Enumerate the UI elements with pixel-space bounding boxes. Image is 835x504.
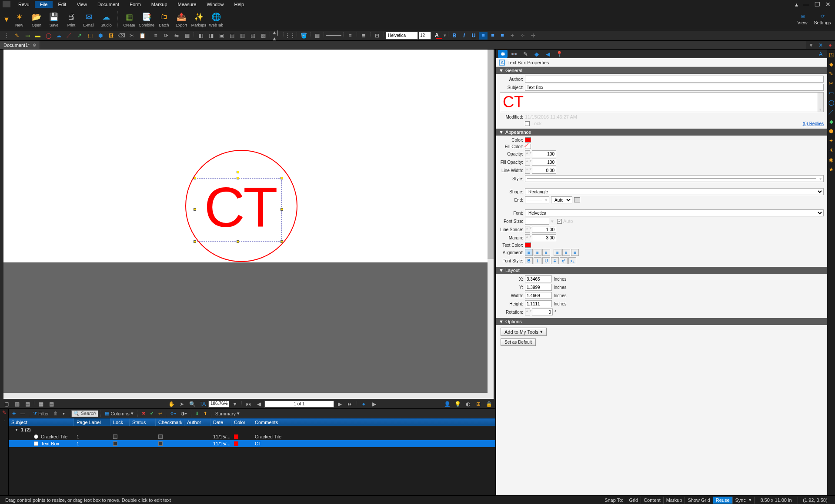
align-mr-button[interactable]: ≡ [571,249,579,256]
fs-super-button[interactable]: x¹ [560,257,568,264]
menu-chevron-icon[interactable]: ▼ [3,16,10,23]
properties-tab-icon[interactable]: ✱ [498,50,508,58]
min2-icon[interactable]: — [803,1,809,8]
height-field[interactable] [525,300,552,307]
shape-select[interactable]: Rectangle [525,188,824,195]
align-tc-button[interactable]: ≡ [534,249,541,256]
end-auto-select[interactable]: Auto [551,196,572,203]
markups-dots-icon[interactable]: ⋮ [2,418,7,424]
col-status[interactable]: Status [130,418,156,426]
side-icon-5[interactable]: ▭ [828,90,835,96]
fillop-spin-icon[interactable]: ▲▼ [525,159,530,166]
fit-page-icon[interactable]: ▦ [36,400,46,408]
handle-mb[interactable] [237,240,239,243]
filter-button[interactable]: ⧩Filter [31,410,50,418]
tab4-icon[interactable]: ◆ [532,50,541,58]
viewer-scroll-x[interactable] [3,393,488,399]
menu-help[interactable]: Help [229,1,249,8]
fit-width-icon[interactable]: ▤ [47,400,56,408]
viewer-scroll-y[interactable] [488,50,494,399]
tool-pattern-icon[interactable]: ⋮⋮ [285,31,295,40]
tab-pin-icon[interactable]: ● [825,42,835,48]
markups-expand-icon[interactable]: ✚ [10,410,17,418]
tab5-icon[interactable]: ◀ [543,50,553,58]
tab6-icon[interactable]: 📍 [554,50,564,58]
next-page-icon[interactable]: ▶ [335,400,344,408]
tool-misc5-icon[interactable]: ▥ [237,31,247,40]
last-page-icon[interactable]: ⏭ [345,400,355,408]
dropdown-icon[interactable]: ▾ [61,410,67,418]
tool-rotate-icon[interactable]: ⟳ [161,31,171,40]
side-icon-2[interactable]: ◆ [828,61,835,68]
col-lock[interactable]: Lock [110,418,130,426]
snap-content[interactable]: Content [641,497,663,504]
tool-dropdown-icon[interactable]: ⋮ [2,31,11,40]
preview-dropdown-icon[interactable]: ▾ [818,107,823,112]
webtab-button[interactable]: 🌐WebTab [207,10,225,29]
margin-spin-icon[interactable]: ▲▼ [525,234,530,241]
markups-button[interactable]: ✨Markups [190,10,207,29]
document-tab[interactable]: Document1* ⊗ [0,41,40,49]
lock-checkbox[interactable] [525,121,530,126]
rotate-handle[interactable] [237,171,239,173]
markups-hide-icon[interactable]: ◑▾ [179,410,189,418]
fs-strike-button[interactable]: T [551,257,559,264]
tab3-icon[interactable]: ✎ [521,50,530,58]
tab-chevron-icon[interactable]: ▼ [806,42,816,48]
close-tab-icon[interactable]: ⊗ [33,43,36,47]
tool-misc7-icon[interactable]: ▨ [258,31,268,40]
replies-link[interactable]: (0) Replies [803,121,824,126]
x-field[interactable] [525,275,552,282]
dim-icon[interactable]: ◐ [463,400,473,408]
italic-button[interactable]: I [460,32,468,40]
align-tr-button[interactable]: ≡ [542,249,550,256]
markups-row[interactable]: Cracked Tile111/15/...Cracked Tile [9,433,495,440]
tool-paste-icon[interactable]: 📋 [137,31,147,40]
text-color-button[interactable]: A [435,32,443,39]
col-checkmark[interactable]: Checkmark [156,418,184,426]
side-icon-7[interactable]: ／ [828,109,835,116]
tool-misc1-icon[interactable]: ◧ [196,31,205,40]
tool-image-icon[interactable]: 🖼 [106,31,116,40]
col-subject[interactable]: Subject [9,418,74,426]
new-button[interactable]: ✶New [10,10,28,29]
row-lock-checkbox[interactable] [113,441,117,446]
page-field[interactable]: 1 of 1 [264,401,334,408]
menu-form[interactable]: Form [124,1,146,8]
batch-button[interactable]: 🗂Batch [155,10,173,29]
thumb-single-icon[interactable]: ▢ [2,400,11,408]
side-icon-3[interactable]: ✎ [828,70,835,77]
menu-edit[interactable]: Edit [53,1,71,8]
pan-tool-icon[interactable]: ✋ [167,400,176,408]
tool-cloud-icon[interactable]: ☁ [54,31,63,40]
tool-align-icon[interactable]: ≡ [151,31,160,40]
opacity-spin-icon[interactable]: ▲▼ [525,150,530,157]
text-select-icon[interactable]: TA [198,400,207,408]
columns-button[interactable]: ▦Columns▾ [103,410,135,418]
margin-field[interactable] [532,234,556,241]
section-appearance[interactable]: ▼Appearance [496,129,827,136]
markups-reply-icon[interactable]: ↩ [157,410,164,418]
export-button[interactable]: 📤Export [173,10,190,29]
tool-arrow-icon[interactable]: ↗ [75,31,84,40]
section-general[interactable]: ▼General [496,67,827,74]
section-options[interactable]: ▼Options [496,318,827,325]
end-color-swatch[interactable] [574,197,580,202]
menu-view[interactable]: View [71,1,92,8]
side-icon-11[interactable]: ☀ [828,147,835,154]
author-field[interactable] [525,76,824,83]
nav-play-icon[interactable]: ▶ [369,400,379,408]
tool-misc-a[interactable]: ✦ [508,31,517,40]
handle-br[interactable] [281,240,283,243]
col-comments[interactable]: Comments [252,418,495,426]
markups-pencil-icon[interactable]: ✎ [2,410,6,415]
rotation-field[interactable] [532,308,553,315]
tool-flip-icon[interactable]: ⇋ [172,31,181,40]
lock-icon[interactable]: 🔒 [484,400,494,408]
restore-icon[interactable]: ❐ [815,1,820,8]
reuse-toggle[interactable]: Reuse [713,497,732,504]
markups-search[interactable]: 🔍 Search [71,410,98,417]
right-panel-edge[interactable] [494,50,495,399]
menu-measure[interactable]: Measure [173,1,202,8]
summary-button[interactable]: Summary▾ [214,410,241,418]
